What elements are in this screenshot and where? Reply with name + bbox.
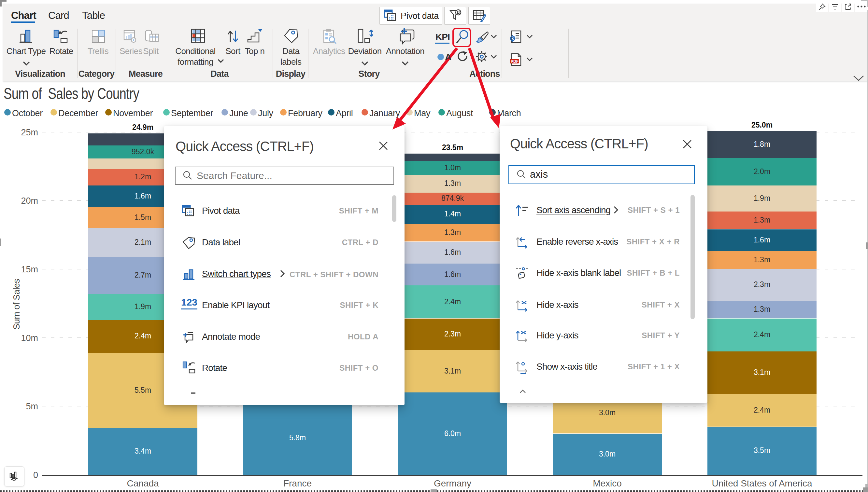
svg-text:A: A	[445, 52, 451, 62]
svg-text:PDF: PDF	[511, 59, 518, 64]
